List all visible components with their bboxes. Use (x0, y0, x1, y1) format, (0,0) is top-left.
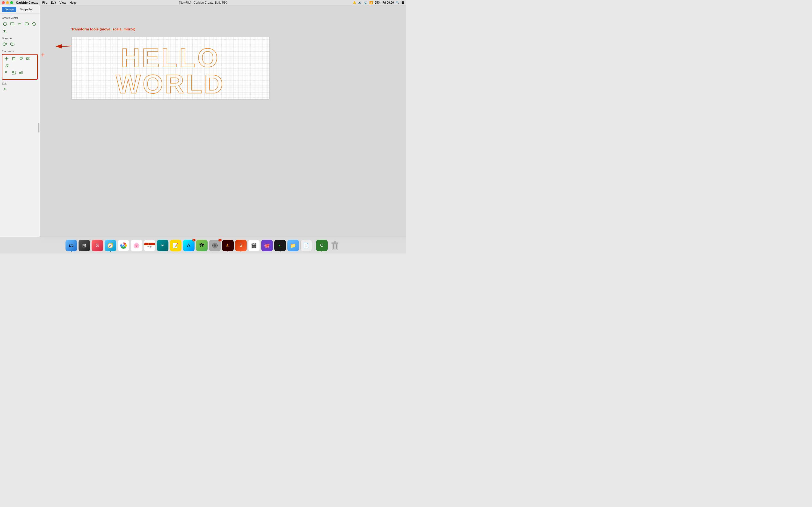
svg-point-0 (3, 22, 7, 25)
svg-rect-26 (12, 71, 13, 72)
dock-stickies[interactable]: 📝 (170, 240, 182, 251)
svg-rect-29 (19, 72, 20, 73)
transform-label: Transform (2, 50, 38, 53)
svg-rect-30 (21, 71, 22, 74)
design-canvas-wrapper: HELLO WORLD (71, 37, 269, 100)
dock-files2[interactable]: 📄 (300, 240, 312, 251)
dock-illustrator[interactable]: Ai (222, 240, 234, 251)
svg-marker-14 (8, 58, 8, 59)
svg-rect-45 (332, 243, 338, 243)
move-tool[interactable] (3, 56, 10, 62)
svg-point-39 (214, 244, 216, 247)
dock-sketchup[interactable]: S (235, 240, 247, 251)
scrollbar-thumb[interactable] (38, 123, 39, 132)
dock-github[interactable]: 🐙 (261, 240, 273, 251)
tab-design[interactable]: Design (2, 7, 16, 12)
boolean-label: Boolean (2, 37, 38, 40)
svg-marker-12 (6, 60, 7, 61)
dock-chrome[interactable] (118, 240, 129, 251)
text-tool[interactable]: T (2, 28, 8, 34)
svg-rect-21 (29, 58, 30, 60)
canvas-svg: HELLO WORLD (71, 37, 269, 99)
dock-launchpad[interactable]: ⊞ (79, 240, 90, 251)
svg-marker-23 (6, 65, 8, 67)
dock-terminal[interactable]: >_ (274, 240, 286, 251)
scrollbar[interactable] (38, 13, 40, 242)
tab-toolpaths[interactable]: Toolpaths (17, 7, 35, 12)
design-canvas[interactable]: HELLO WORLD (71, 37, 269, 100)
fullscreen-button[interactable] (10, 1, 13, 4)
minimize-button[interactable] (6, 1, 9, 4)
align-tool[interactable] (3, 69, 10, 76)
svg-marker-13 (5, 58, 5, 59)
notification-icon: 🔔 (353, 1, 356, 4)
svg-rect-2 (25, 23, 29, 25)
rotate-tool[interactable] (18, 56, 24, 62)
menu-view[interactable]: View (59, 1, 66, 4)
svg-rect-27 (14, 73, 15, 74)
boolean-subtract-tool[interactable] (9, 41, 15, 47)
close-button[interactable] (2, 1, 5, 4)
traffic-lights (2, 1, 13, 4)
svg-rect-1 (11, 23, 14, 25)
app-name: Carbide Create (16, 1, 38, 4)
volume-icon: 🔊 (358, 1, 362, 4)
canvas-area: Transform tools (move, scale, mirror) ✛ … (40, 5, 406, 242)
boolean-union-tool[interactable] (2, 41, 8, 47)
rectangle-tool[interactable] (9, 21, 15, 27)
drag-handle[interactable]: ✛ (41, 52, 45, 58)
battery-label: 55% (375, 1, 380, 4)
boolean-tools (2, 41, 38, 47)
canvas-text-hello: HELLO (121, 43, 220, 72)
svg-rect-40 (215, 243, 215, 243)
menu-help[interactable]: Help (69, 1, 76, 4)
menu-edit[interactable]: Edit (51, 1, 56, 4)
svg-point-32 (4, 88, 5, 89)
svg-rect-20 (27, 58, 28, 60)
create-vector-label: Create Vector (2, 16, 38, 19)
svg-point-37 (122, 244, 124, 246)
tab-bar: Design Toolpaths (0, 5, 40, 14)
group-tool[interactable] (11, 69, 17, 76)
dock-safari[interactable]: 🧭 (105, 240, 116, 251)
create-vector-tools: T (2, 21, 38, 34)
dock-claquette[interactable]: 🎬 (248, 240, 260, 251)
dock-system-prefs[interactable]: 1 (209, 240, 221, 251)
search-icon[interactable]: 🔍 (396, 1, 400, 4)
dock-finder[interactable]: 🗂 (65, 240, 77, 251)
scale-tool[interactable] (11, 56, 17, 62)
dock-finder2[interactable]: 📁 (287, 240, 299, 251)
polygon-tool[interactable] (31, 21, 37, 27)
sidebar: Create Vector T Boolean (0, 13, 40, 242)
dock-photos[interactable]: 🌸 (131, 240, 142, 251)
polyline-tool[interactable] (16, 21, 23, 27)
dock-appstore[interactable]: A 2 (183, 240, 195, 251)
control-center-icon[interactable]: ☰ (401, 1, 404, 4)
dock-arduino[interactable]: ∞ (157, 240, 168, 251)
menubar: Carbide Create File Edit View Help [NewF… (0, 0, 406, 5)
svg-line-17 (12, 60, 12, 60)
dock-trash[interactable] (329, 240, 341, 251)
menu-file[interactable]: File (42, 1, 47, 4)
flip-h-tool[interactable] (25, 56, 32, 62)
dock-setapp[interactable]: S (92, 240, 103, 251)
svg-rect-41 (215, 247, 215, 248)
node-edit-tool[interactable] (2, 87, 8, 93)
circle-tool[interactable] (2, 21, 8, 27)
svg-point-25 (5, 71, 6, 72)
transform-tools-section (2, 54, 38, 80)
svg-line-31 (21, 72, 21, 72)
dock-calendar[interactable]: 24 THU (144, 240, 155, 251)
svg-rect-15 (12, 57, 15, 60)
canvas-text-world: WORLD (116, 69, 225, 99)
dock-maps[interactable]: 🗺 (196, 240, 208, 251)
transform-tools-row2 (3, 69, 36, 76)
skew-tool[interactable] (3, 63, 10, 69)
dock-carbide[interactable]: C (316, 240, 328, 251)
svg-rect-46 (334, 241, 336, 243)
svg-marker-11 (6, 57, 7, 57)
svg-rect-43 (217, 245, 218, 246)
rounded-rect-tool[interactable] (24, 21, 30, 27)
transform-tools-row1 (3, 56, 36, 69)
distribute-tool[interactable] (18, 69, 24, 76)
